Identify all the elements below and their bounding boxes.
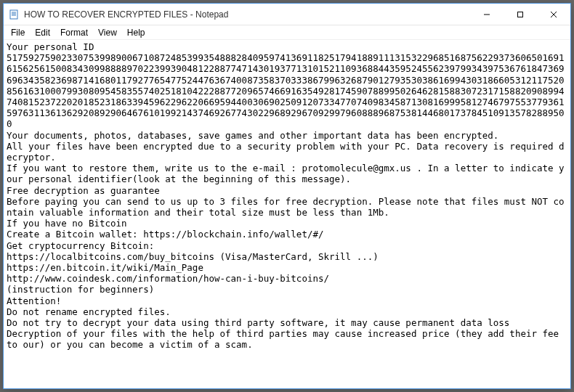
body-line: Create a Bitcoin wallet: https://blockch… <box>7 229 567 240</box>
maximize-icon <box>517 11 524 18</box>
minimize-button[interactable] <box>470 4 504 25</box>
maximize-button[interactable] <box>504 4 537 25</box>
menubar: File Edit Format View Help <box>4 25 570 40</box>
body-line: Do not try to decrypt your data using th… <box>7 317 567 328</box>
menu-file[interactable]: File <box>7 27 29 38</box>
svg-rect-5 <box>518 12 523 17</box>
body-line: Decryption of your files with the help o… <box>7 328 567 350</box>
body-line: If you want to restore them, write us to… <box>7 163 567 184</box>
menu-view[interactable]: View <box>94 27 121 38</box>
personal-id-label: Your personal ID <box>7 41 567 52</box>
text-area[interactable]: Your personal ID517592759023307539989006… <box>4 40 570 388</box>
body-line: Get cryptocurrency Bitcoin: <box>7 240 567 251</box>
window-title: HOW TO RECOVER ENCRYPTED FILES - Notepad <box>24 9 228 20</box>
body-line: All your files have been encrypted due t… <box>7 141 567 163</box>
menu-format[interactable]: Format <box>56 27 92 38</box>
minimize-icon <box>483 11 490 18</box>
close-button[interactable] <box>537 4 570 25</box>
notepad-window: HOW TO RECOVER ENCRYPTED FILES - Notepad… <box>3 3 571 389</box>
body-line: Attention! <box>7 295 567 306</box>
body-line: https://en.bitcoin.it/wiki/Main_Page <box>7 262 567 273</box>
svg-rect-0 <box>10 10 17 19</box>
body-line: https://localbitcoins.com/buy_bitcoins (… <box>7 251 567 262</box>
notepad-icon <box>8 9 20 20</box>
body-line: If you have no Bitcoin <box>7 218 567 229</box>
body-line: http://www.coindesk.com/information/how-… <box>7 273 567 284</box>
body-line: Free decryption as guarantee <box>7 185 567 196</box>
personal-id-value: 5175927590233075399890067108724853993548… <box>7 52 567 129</box>
menu-help[interactable]: Help <box>123 27 150 38</box>
body-line: (instruction for beginners) <box>7 284 567 295</box>
body-line: Before paying you can send to us up to 3… <box>7 196 567 218</box>
body-line: Your documents, photos, databases, save … <box>7 130 567 141</box>
close-icon <box>550 11 557 18</box>
menu-edit[interactable]: Edit <box>31 27 54 38</box>
titlebar[interactable]: HOW TO RECOVER ENCRYPTED FILES - Notepad <box>4 4 570 25</box>
body-line: Do not rename encrypted files. <box>7 306 567 317</box>
